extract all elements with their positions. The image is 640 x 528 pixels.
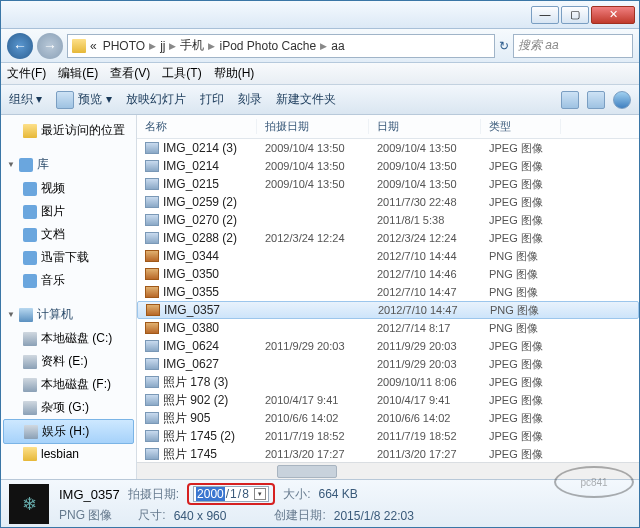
back-button[interactable]: ← <box>7 33 33 59</box>
breadcrumb-part[interactable]: jj <box>158 39 167 53</box>
file-date-taken: 2009/10/4 13:50 <box>257 178 369 190</box>
burn-button[interactable]: 刻录 <box>238 91 262 108</box>
recent-icon <box>23 124 37 138</box>
sidebar-item-drive-h[interactable]: 娱乐 (H:) <box>3 419 134 444</box>
file-name: IMG_0270 (2) <box>163 213 237 227</box>
sidebar-item-drive-f[interactable]: 本地磁盘 (F:) <box>1 373 136 396</box>
file-type: JPEG 图像 <box>481 357 561 372</box>
file-row[interactable]: IMG_03802012/7/14 8:17PNG 图像 <box>137 319 639 337</box>
sidebar-item-video[interactable]: 视频 <box>1 177 136 200</box>
menu-file[interactable]: 文件(F) <box>7 65 46 82</box>
file-row[interactable]: IMG_0270 (2)2011/8/1 5:38JPEG 图像 <box>137 211 639 229</box>
close-button[interactable]: ✕ <box>591 6 635 24</box>
file-name: IMG_0380 <box>163 321 219 335</box>
file-row[interactable]: 照片 17452011/3/20 17:272011/3/20 17:27JPE… <box>137 445 639 462</box>
file-name: 照片 1745 <box>163 446 217 463</box>
preview-pane-icon[interactable] <box>587 91 605 109</box>
file-date: 2010/6/6 14:02 <box>369 412 481 424</box>
column-date-taken[interactable]: 拍摄日期 <box>257 119 369 134</box>
file-row[interactable]: IMG_0259 (2)2011/7/30 22:48JPEG 图像 <box>137 193 639 211</box>
file-name: IMG_0214 <box>163 159 219 173</box>
file-row[interactable]: IMG_0288 (2)2012/3/24 12:242012/3/24 12:… <box>137 229 639 247</box>
sidebar-item-lesbian[interactable]: lesbian <box>1 444 136 464</box>
breadcrumb-part[interactable]: aa <box>329 39 346 53</box>
jpeg-icon <box>145 160 159 172</box>
sidebar-libraries[interactable]: ▼库 <box>1 152 136 177</box>
file-date-taken: 2009/10/4 13:50 <box>257 142 369 154</box>
minimize-button[interactable]: — <box>531 6 559 24</box>
date-taken-input[interactable]: 2000/ 1/ 8 ▾ <box>193 486 269 502</box>
search-placeholder: 搜索 aa <box>518 37 559 54</box>
file-row[interactable]: IMG_0214 (3)2009/10/4 13:502009/10/4 13:… <box>137 139 639 157</box>
file-row[interactable]: IMG_03502012/7/10 14:46PNG 图像 <box>137 265 639 283</box>
file-list[interactable]: IMG_0214 (3)2009/10/4 13:502009/10/4 13:… <box>137 139 639 462</box>
address-bar[interactable]: « PHOTO▶ jj▶ 手机▶ iPod Photo Cache▶ aa <box>67 34 495 58</box>
file-row[interactable]: IMG_02142009/10/4 13:502009/10/4 13:50JP… <box>137 157 639 175</box>
file-date: 2012/7/10 14:47 <box>369 286 481 298</box>
details-filetype: PNG 图像 <box>59 507 112 524</box>
details-size-value: 664 KB <box>319 487 358 501</box>
sidebar-item-pictures[interactable]: 图片 <box>1 200 136 223</box>
forward-button[interactable]: → <box>37 33 63 59</box>
file-row[interactable]: IMG_06272011/9/29 20:03JPEG 图像 <box>137 355 639 373</box>
jpeg-icon <box>145 358 159 370</box>
column-type[interactable]: 类型 <box>481 119 561 134</box>
file-date-taken: 2010/4/17 9:41 <box>257 394 369 406</box>
maximize-button[interactable]: ▢ <box>561 6 589 24</box>
date-picker-icon[interactable]: ▾ <box>254 488 266 500</box>
file-row[interactable]: IMG_02152009/10/4 13:502009/10/4 13:50JP… <box>137 175 639 193</box>
file-type: JPEG 图像 <box>481 429 561 444</box>
view-options-icon[interactable] <box>561 91 579 109</box>
slideshow-button[interactable]: 放映幻灯片 <box>126 91 186 108</box>
organize-button[interactable]: 组织 ▾ <box>9 91 42 108</box>
search-input[interactable]: 搜索 aa <box>513 34 633 58</box>
menu-edit[interactable]: 编辑(E) <box>58 65 98 82</box>
menu-tools[interactable]: 工具(T) <box>162 65 201 82</box>
sidebar-item-music[interactable]: 音乐 <box>1 269 136 292</box>
sidebar-computer[interactable]: ▼计算机 <box>1 302 136 327</box>
file-row[interactable]: 照片 9052010/6/6 14:022010/6/6 14:02JPEG 图… <box>137 409 639 427</box>
sidebar-item-drive-e[interactable]: 资料 (E:) <box>1 350 136 373</box>
file-row[interactable]: IMG_03442012/7/10 14:44PNG 图像 <box>137 247 639 265</box>
details-size-label: 大小: <box>283 486 310 503</box>
breadcrumb-part[interactable]: PHOTO <box>101 39 147 53</box>
column-date[interactable]: 日期 <box>369 119 481 134</box>
breadcrumb-part[interactable]: 手机 <box>178 37 206 54</box>
file-row[interactable]: IMG_03572012/7/10 14:47PNG 图像 <box>137 301 639 319</box>
column-name[interactable]: 名称 <box>137 119 257 134</box>
file-date: 2011/9/29 20:03 <box>369 340 481 352</box>
jpeg-icon <box>145 232 159 244</box>
help-icon[interactable] <box>613 91 631 109</box>
date-year[interactable]: 2000 <box>196 487 225 501</box>
sidebar-item-recent[interactable]: 最近访问的位置 <box>1 119 136 142</box>
file-date: 2011/9/29 20:03 <box>369 358 481 370</box>
drive-icon <box>23 332 37 346</box>
file-row[interactable]: IMG_03552012/7/10 14:47PNG 图像 <box>137 283 639 301</box>
menu-help[interactable]: 帮助(H) <box>214 65 255 82</box>
refresh-icon[interactable]: ↻ <box>499 39 509 53</box>
file-row[interactable]: 照片 1745 (2)2011/7/19 18:522011/7/19 18:5… <box>137 427 639 445</box>
png-icon <box>145 268 159 280</box>
date-month[interactable]: 1 <box>230 487 237 501</box>
sidebar-item-drive-g[interactable]: 杂项 (G:) <box>1 396 136 419</box>
sidebar-item-thunder[interactable]: 迅雷下载 <box>1 246 136 269</box>
scrollbar-thumb[interactable] <box>277 465 337 478</box>
sidebar-item-drive-c[interactable]: 本地磁盘 (C:) <box>1 327 136 350</box>
file-row[interactable]: 照片 178 (3)2009/10/11 8:06JPEG 图像 <box>137 373 639 391</box>
newfolder-button[interactable]: 新建文件夹 <box>276 91 336 108</box>
breadcrumb-part[interactable]: iPod Photo Cache <box>217 39 318 53</box>
details-pane: ❄ IMG_0357 拍摄日期: 2000/ 1/ 8 ▾ 大小: 664 KB… <box>1 479 639 527</box>
file-date: 2009/10/4 13:50 <box>369 178 481 190</box>
sidebar-item-documents[interactable]: 文档 <box>1 223 136 246</box>
print-button[interactable]: 打印 <box>200 91 224 108</box>
chevron-down-icon: ▼ <box>7 160 15 169</box>
breadcrumb-root[interactable]: « <box>88 39 99 53</box>
date-day[interactable]: 8 <box>242 487 249 501</box>
file-row[interactable]: IMG_06242011/9/29 20:032011/9/29 20:03JP… <box>137 337 639 355</box>
menu-view[interactable]: 查看(V) <box>110 65 150 82</box>
png-icon <box>146 304 160 316</box>
file-type: PNG 图像 <box>481 285 561 300</box>
preview-button[interactable]: 预览 ▾ <box>56 91 111 109</box>
file-row[interactable]: 照片 902 (2)2010/4/17 9:412010/4/17 9:41JP… <box>137 391 639 409</box>
file-name: IMG_0259 (2) <box>163 195 237 209</box>
